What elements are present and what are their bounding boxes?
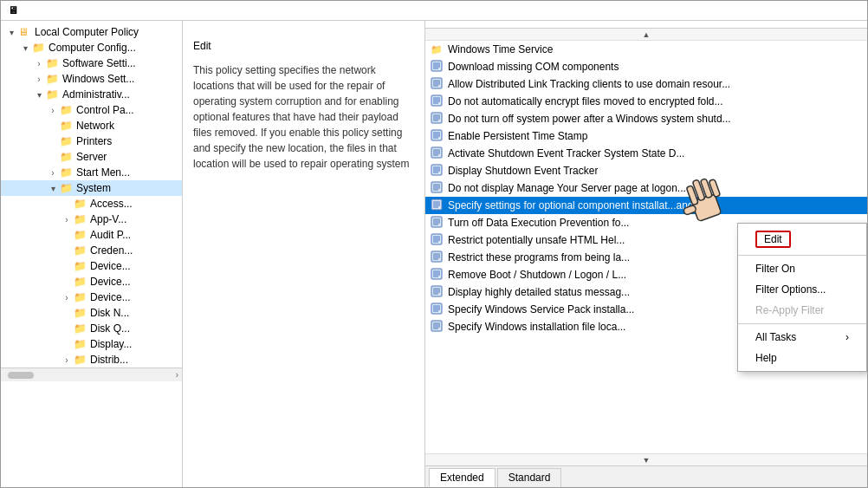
folder-icon: 📁: [74, 354, 87, 366]
expand-icon[interactable]: ›: [32, 59, 46, 68]
tree-item-computer-config[interactable]: ▾📁Computer Config...: [1, 40, 182, 55]
tab-standard[interactable]: Standard: [497, 468, 562, 487]
context-separator: [738, 323, 866, 324]
tree-item-root[interactable]: ▾🖥Local Computer Policy: [1, 24, 182, 40]
svg-rect-15: [431, 113, 442, 123]
tree-label-app-v: App-V...: [90, 213, 126, 225]
settings-label-remove-boot: Remove Boot / Shutdown / Logon / L...: [448, 269, 626, 281]
expand-icon[interactable]: ▾: [32, 90, 46, 100]
tree-label-start-menu: Start Men...: [76, 166, 130, 179]
settings-item-do-not-display[interactable]: Do not display Manage Your Server page a…: [425, 179, 867, 197]
folder-icon: 📁: [74, 307, 87, 319]
folder-icon: 📁: [60, 182, 74, 194]
svg-rect-35: [431, 182, 442, 192]
title-bar: 🖥: [1, 1, 867, 21]
settings-item-windows-time[interactable]: 📁Windows Time Service: [425, 41, 867, 58]
tree-label-disk-q: Disk Q...: [90, 322, 130, 335]
tree-item-display[interactable]: 📁Display...: [1, 336, 182, 352]
svg-rect-20: [431, 130, 442, 140]
folder-icon: 📁: [74, 291, 87, 303]
tree-label-device2: Device...: [90, 276, 131, 288]
tree-item-server[interactable]: 📁Server: [1, 149, 182, 165]
svg-rect-30: [431, 165, 442, 175]
tree-item-device2[interactable]: 📁Device...: [1, 274, 182, 290]
policy-icon: [431, 77, 444, 91]
tree-label-server: Server: [76, 151, 107, 163]
settings-item-activate-shutdown[interactable]: Activate Shutdown Event Tracker System S…: [425, 145, 867, 162]
settings-item-download-missing[interactable]: Download missing COM components: [425, 58, 867, 75]
tree-item-control-panel[interactable]: ›📁Control Pa...: [1, 102, 182, 118]
tree-item-audit[interactable]: 📁Audit P...: [1, 227, 182, 243]
tree-item-software-settings[interactable]: ›📁Software Setti...: [1, 55, 182, 71]
settings-item-display-shutdown[interactable]: Display Shutdown Event Tracker: [425, 162, 867, 179]
expand-icon[interactable]: ›: [60, 215, 74, 224]
policy-icon: [431, 216, 444, 230]
tree-label-display: Display...: [90, 338, 132, 350]
svg-rect-50: [431, 234, 442, 244]
folder-icon: 📁: [74, 322, 87, 335]
expand-icon[interactable]: ›: [60, 355, 74, 365]
tree-label-admin-templates: Administrativ...: [62, 88, 130, 101]
folder-icon: 📁: [60, 120, 74, 132]
tree-panel[interactable]: ▾🖥Local Computer Policy▾📁Computer Config…: [1, 21, 183, 487]
tree-item-access[interactable]: 📁Access...: [1, 196, 182, 211]
tree-label-device3: Device...: [90, 291, 131, 303]
settings-list[interactable]: 📁Windows Time ServiceDownload missing CO…: [425, 41, 867, 453]
settings-label-do-not-display: Do not display Manage Your Server page a…: [448, 182, 686, 194]
policy-icon: [431, 60, 444, 74]
expand-icon[interactable]: ▾: [46, 184, 60, 193]
settings-label-specify-service-pack: Specify Windows Service Pack installa...: [448, 303, 634, 316]
tree-item-printers[interactable]: 📁Printers: [1, 133, 182, 149]
main-area: ▾🖥Local Computer Policy▾📁Computer Config…: [1, 21, 867, 487]
settings-item-enable-persistent[interactable]: Enable Persistent Time Stamp: [425, 127, 867, 145]
menu-label-help: Help: [755, 352, 777, 364]
policy-icon: [431, 320, 444, 334]
expand-icon[interactable]: ›: [60, 293, 74, 303]
settings-label-turn-off-dep: Turn off Data Execution Prevention fo...: [448, 217, 629, 229]
settings-item-specify-settings[interactable]: Specify settings for optional component …: [425, 197, 867, 214]
tree-item-disk-n[interactable]: 📁Disk N...: [1, 305, 182, 321]
context-menu-item-filter-options[interactable]: Filter Options...: [738, 279, 866, 300]
tree-item-device1[interactable]: 📁Device...: [1, 258, 182, 274]
tree-item-credentials[interactable]: 📁Creden...: [1, 243, 182, 258]
tree-item-start-menu[interactable]: ›📁Start Men...: [1, 165, 182, 180]
context-menu-item-all-tasks[interactable]: All Tasks›: [738, 327, 866, 348]
settings-item-do-not-encrypt[interactable]: Do not automatically encrypt files moved…: [425, 93, 867, 110]
tree-item-network[interactable]: 📁Network: [1, 118, 182, 133]
expand-icon[interactable]: ›: [46, 168, 60, 178]
expand-icon[interactable]: ›: [46, 106, 60, 115]
tree-item-device3[interactable]: ›📁Device...: [1, 290, 182, 305]
settings-label-download-missing: Download missing COM components: [448, 61, 619, 73]
tree-item-app-v[interactable]: ›📁App-V...: [1, 211, 182, 227]
edit-link-row: Edit: [193, 40, 414, 52]
policy-icon: [431, 164, 444, 178]
tree-label-software-settings: Software Setti...: [62, 57, 136, 69]
context-separator: [738, 255, 866, 256]
folder-icon: 🖥: [18, 26, 32, 38]
expand-icon[interactable]: ›: [32, 75, 46, 84]
tree-hscroll[interactable]: ›: [1, 368, 182, 381]
expand-icon[interactable]: ▾: [4, 28, 18, 37]
settings-item-do-not-turn-off[interactable]: Do not turn off system power after a Win…: [425, 110, 867, 127]
tab-extended[interactable]: Extended: [429, 468, 496, 487]
settings-label-specify-settings: Specify settings for optional component …: [448, 199, 716, 211]
context-menu-item-edit[interactable]: Edit: [738, 226, 866, 252]
policy-icon: [431, 146, 444, 160]
svg-rect-0: [431, 61, 442, 71]
policy-icon: [431, 129, 444, 143]
settings-item-allow-distributed[interactable]: Allow Distributed Link Tracking clients …: [425, 75, 867, 93]
tree-item-disk-q[interactable]: 📁Disk Q...: [1, 321, 182, 336]
context-menu-item-help[interactable]: Help: [738, 348, 866, 368]
tree-item-windows-settings[interactable]: ›📁Windows Sett...: [1, 71, 182, 87]
tree-item-admin-templates[interactable]: ▾📁Administrativ...: [1, 87, 182, 102]
scroll-up-btn[interactable]: ▲: [425, 29, 867, 41]
tree-item-distrib[interactable]: ›📁Distrib...: [1, 352, 182, 368]
scroll-down-btn[interactable]: ▼: [425, 453, 867, 465]
tree-label-access: Access...: [90, 198, 133, 210]
tree-item-system[interactable]: ▾📁System: [1, 180, 182, 196]
folder-icon: 📁: [46, 88, 60, 101]
folder-icon: 📁: [46, 57, 60, 69]
context-menu-item-filter-on[interactable]: Filter On: [738, 258, 866, 279]
menu-label-all-tasks: All Tasks: [755, 331, 796, 343]
expand-icon[interactable]: ▾: [18, 43, 32, 53]
